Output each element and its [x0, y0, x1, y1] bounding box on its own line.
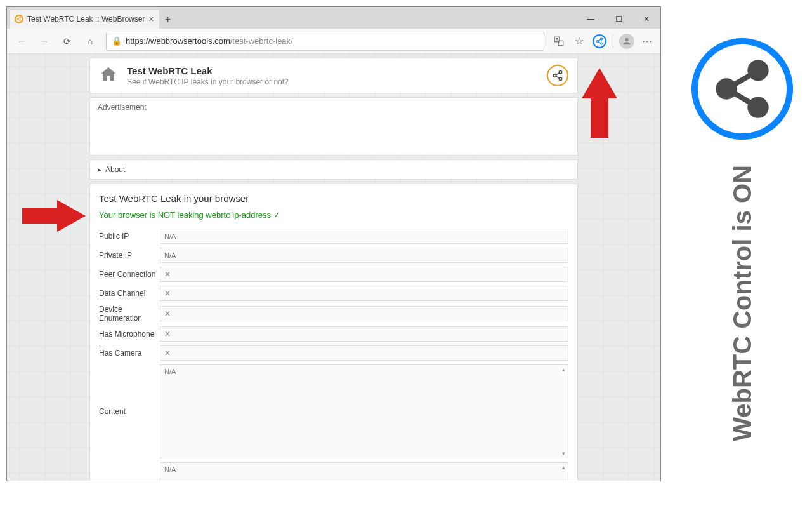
browser-tab[interactable]: Test WebRTC Leak :: WebBrowser × — [10, 10, 159, 29]
titlebar: Test WebRTC Leak :: WebBrowser × + — ☐ ✕ — [7, 7, 660, 29]
result-row: Data Channel✕ — [99, 286, 568, 301]
status-message: Your browser is NOT leaking webrtc ip-ad… — [99, 210, 568, 220]
svg-point-12 — [750, 62, 766, 78]
section-title: Test WebRTC Leak in your browser — [99, 193, 568, 204]
svg-point-13 — [719, 81, 735, 97]
row-value: N/A — [160, 248, 568, 263]
svg-point-9 — [559, 71, 562, 74]
new-tab-button[interactable]: + — [159, 11, 177, 29]
extension-webrtc-control[interactable] — [590, 30, 609, 52]
page-viewport[interactable]: Test WebRTC Leak See if WebRTC IP leaks … — [7, 54, 660, 481]
svg-point-10 — [553, 74, 556, 77]
maximize-button[interactable]: ☐ — [605, 10, 632, 29]
extra-row: N/A ▴ ▾ — [99, 462, 568, 481]
page-subtitle: See if WebRTC IP leaks in your browser o… — [127, 77, 289, 86]
row-label: Peer Connection — [99, 270, 160, 279]
menu-button[interactable]: ⋯ — [638, 30, 657, 52]
test-results: Test WebRTC Leak in your browser Your br… — [89, 184, 578, 481]
svg-point-1 — [17, 18, 18, 20]
result-row: Public IPN/A — [99, 229, 568, 244]
row-value: ✕ — [160, 345, 568, 361]
row-label: Public IP — [99, 232, 160, 241]
window-controls: — ☐ ✕ — [577, 10, 660, 29]
result-row: Has Camera✕ — [99, 345, 568, 361]
row-value: N/A — [160, 229, 568, 244]
side-caption: WebRTC Control is ON — [728, 165, 757, 441]
webrtc-control-logo — [691, 38, 793, 140]
refresh-button[interactable]: ⟳ — [56, 30, 78, 52]
svg-point-2 — [20, 20, 21, 21]
result-row: Private IPN/A — [99, 248, 568, 263]
separator — [613, 35, 613, 48]
row-label: Has Camera — [99, 349, 160, 358]
row-value: ✕ — [160, 286, 568, 301]
home-button[interactable]: ⌂ — [79, 30, 101, 52]
scroll-up-icon[interactable]: ▴ — [562, 366, 565, 373]
scroll-up-icon[interactable]: ▴ — [562, 464, 565, 471]
tab-title: Test WebRTC Leak :: WebBrowser — [27, 15, 145, 23]
result-row: Device Enumeration✕ — [99, 305, 568, 323]
share-icon — [15, 15, 23, 23]
back-button[interactable]: ← — [11, 30, 32, 52]
share-button[interactable] — [547, 65, 568, 86]
content-row: Content N/A ▴ ▾ — [99, 364, 568, 458]
scroll-down-icon[interactable]: ▾ — [562, 479, 565, 481]
row-label: Data Channel — [99, 289, 160, 298]
browser-window: Test WebRTC Leak :: WebBrowser × + — ☐ ✕… — [6, 6, 661, 481]
lock-icon: 🔒 — [112, 36, 122, 46]
row-label: Device Enumeration — [99, 305, 160, 323]
navbar: ← → ⟳ ⌂ 🔒 https://webbrowsertools.com/te… — [7, 29, 660, 54]
advertisement-box: Advertisement — [89, 97, 578, 156]
page-title: Test WebRTC Leak — [127, 65, 289, 76]
svg-point-14 — [750, 100, 766, 116]
row-value: ✕ — [160, 326, 568, 342]
result-row: Has Microphone✕ — [99, 326, 568, 342]
profile-button[interactable] — [617, 30, 636, 52]
close-button[interactable]: ✕ — [632, 10, 660, 29]
forward-button[interactable]: → — [34, 30, 55, 52]
row-value: N/A ▴ ▾ — [160, 364, 568, 458]
row-label: Has Microphone — [99, 330, 160, 338]
svg-point-8 — [625, 37, 628, 41]
svg-point-7 — [601, 43, 603, 44]
row-value: ✕ — [160, 306, 568, 321]
favorite-icon[interactable]: ☆ — [570, 30, 589, 52]
page-header: Test WebRTC Leak See if WebRTC IP leaks … — [89, 58, 578, 93]
row-label: Private IP — [99, 251, 160, 260]
url-text: https://webbrowsertools.com/test-webrtc-… — [126, 36, 539, 46]
about-expander[interactable]: ▸ About — [89, 159, 578, 180]
row-value: N/A ▴ ▾ — [160, 462, 568, 481]
home-icon[interactable] — [99, 65, 118, 86]
minimize-button[interactable]: — — [577, 10, 605, 29]
annotation-arrow-up — [582, 68, 617, 138]
address-bar[interactable]: 🔒 https://webbrowsertools.com/test-webrt… — [106, 32, 544, 51]
translate-icon[interactable] — [549, 30, 568, 52]
svg-point-0 — [20, 17, 21, 18]
row-value: ✕ — [160, 267, 568, 282]
svg-point-11 — [559, 77, 562, 81]
annotation-arrow-right — [22, 200, 86, 232]
close-icon[interactable]: × — [148, 14, 154, 24]
side-panel: WebRTC Control is ON — [672, 0, 812, 508]
svg-point-6 — [597, 40, 599, 42]
result-row: Peer Connection✕ — [99, 267, 568, 282]
svg-point-5 — [601, 38, 603, 40]
row-label: Content — [99, 407, 160, 416]
chevron-right-icon: ▸ — [98, 165, 102, 174]
scroll-down-icon[interactable]: ▾ — [562, 450, 565, 457]
